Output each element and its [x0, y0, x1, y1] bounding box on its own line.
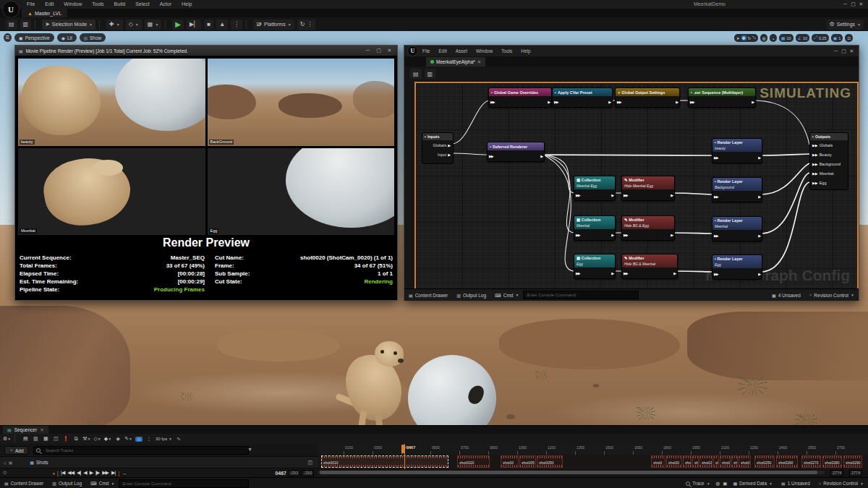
platforms-dropdown[interactable]: 🖳Platforms▼ [253, 20, 294, 30]
node-collection-meerkat-egg[interactable]: ▣ CollectionMeerkat Egg ▶▶▶ [574, 176, 616, 201]
console-input[interactable] [119, 479, 249, 488]
render-movie-button[interactable]: ▦ [42, 436, 49, 442]
auto-key-toggle[interactable]: ◈ [114, 436, 122, 442]
shot-clip[interactable]: shot0250 [754, 455, 775, 468]
eject-button[interactable]: ▲ [216, 20, 228, 30]
mark-button[interactable]: ❗ [62, 436, 69, 442]
graph-menu-window[interactable]: Window [472, 46, 497, 56]
input-pin[interactable]: ▶▶ [714, 194, 718, 199]
shots-track-row[interactable]: ◁ ▣ ▦Shots ◫ [0, 456, 318, 468]
input-pin[interactable]: ▶▶ [714, 234, 718, 238]
shot-clip[interactable]: shot [683, 455, 692, 468]
shot-clip[interactable]: shot0270 [801, 455, 821, 468]
menu-actor[interactable]: Actor [155, 0, 176, 9]
unsaved-button[interactable]: ▤1 Unsaved [777, 478, 814, 488]
shot-clip[interactable]: shot0 [720, 455, 731, 468]
range-start2-field[interactable]: -293 [302, 470, 314, 476]
graph-menu-edit[interactable]: Edit [434, 46, 451, 56]
menu-build[interactable]: Build [109, 0, 131, 9]
actions-dropdown[interactable]: ⚒▼ [82, 436, 90, 442]
range-end2-field[interactable]: 2774 [849, 470, 862, 476]
shot-clip[interactable]: shot01 [699, 455, 712, 468]
tab-close-icon[interactable]: ✕ [477, 59, 481, 65]
input-pin[interactable]: ▶▶ [714, 272, 718, 276]
graph-console-input[interactable] [523, 291, 639, 299]
shot-clip[interactable]: shot0290 [843, 455, 862, 468]
graph-window-titlebar[interactable]: U File Edit Asset Window Tools Help ─ ▢ … [404, 46, 859, 56]
sequencer-timeline[interactable]: 0150030004500600075009001050120013501500… [318, 444, 868, 478]
maximize-viewport-button[interactable]: ⊡ [845, 34, 853, 42]
lit-dropdown[interactable]: ◉Lit [57, 33, 77, 42]
snap-options-icon[interactable]: ⋮ [145, 436, 153, 442]
derived-data-dropdown[interactable]: ▦Derived Data▼ [728, 478, 777, 488]
shot-clip[interactable]: shot0260 [776, 455, 798, 468]
shot-clip[interactable]: shot00 [501, 455, 519, 468]
sequencer-options-dropdown[interactable]: ⚙▼ [3, 436, 11, 442]
step-forward-button[interactable]: |▶ [95, 470, 99, 476]
graph-revision-control-dropdown[interactable]: ⑂Revision Control▼ [805, 289, 859, 301]
menu-edit[interactable]: Edit [40, 0, 59, 9]
shot-clip[interactable]: shot0050 [537, 455, 563, 468]
graph-unsaved-button[interactable]: ▦4 Unsaved [767, 289, 805, 301]
search-tracks-input[interactable] [43, 448, 246, 453]
output-pin[interactable]: ▶ [676, 100, 678, 104]
skip-button[interactable]: ▶▏ [187, 20, 201, 30]
jump-back-button[interactable]: ◀◀ [67, 470, 74, 476]
render-maximize-button[interactable]: ▢ [375, 46, 383, 55]
node-collection-meerkat[interactable]: ▣ CollectionMeerkat ▶▶▶ [574, 215, 616, 241]
set-start-button[interactable]: [ [57, 471, 58, 476]
output-pin[interactable]: ▶ [611, 271, 613, 275]
shot-clip[interactable]: shot0010 [321, 455, 448, 468]
level-tab[interactable]: ▲ Master_LVL [22, 9, 67, 17]
input-pin[interactable]: ▶▶ [624, 271, 628, 275]
step-back-button[interactable]: ◀| [77, 470, 80, 476]
create-camera-button[interactable]: ◫ [52, 436, 59, 442]
save-button[interactable]: ▤ [6, 20, 17, 30]
shot-clip[interactable]: sl [713, 455, 719, 468]
output-log-button[interactable]: ▥Output Log [48, 478, 86, 488]
graph-menu-asset[interactable]: Asset [451, 46, 472, 56]
playhead-marker[interactable] [401, 445, 404, 453]
output-pin[interactable]: ▶ [448, 143, 451, 147]
output-pin[interactable]: ▶ [608, 100, 610, 104]
graph-menu-help[interactable]: Help [516, 46, 535, 56]
trace-dropdown[interactable]: Trace▼ [681, 478, 714, 488]
playback-options-icon[interactable]: ⊙ [3, 470, 7, 476]
timeline-scrollbar[interactable] [318, 471, 825, 474]
recompile-button[interactable]: ↻⋮ [297, 20, 316, 30]
graph-maximize-button[interactable]: ▢ [840, 47, 848, 56]
menu-window[interactable]: Window [59, 0, 87, 9]
input-pin[interactable]: ▶▶ [812, 153, 818, 157]
node-modifier-hide-meerkat-egg[interactable]: ✎ ModifierHide Meerkat Egg ▶▶▶ [621, 176, 675, 201]
menu-select[interactable]: Select [130, 0, 154, 9]
output-pin[interactable]: ▶ [448, 153, 451, 157]
perspective-dropdown[interactable]: ▣Perspective [14, 33, 54, 42]
node-collection-egg[interactable]: ▣ CollectionEgg ▶▶▶ [574, 254, 616, 279]
add-actor-dropdown[interactable]: ✚▼ [106, 20, 123, 30]
input-pin[interactable]: ▶▶ [812, 171, 818, 176]
camera-speed-control[interactable]: ▣1 [831, 34, 843, 42]
stop-button[interactable]: ■ [204, 20, 213, 30]
egg-sphere-actor[interactable] [402, 355, 503, 425]
keyframe-options-dropdown[interactable]: ◆▼ [104, 436, 111, 442]
output-pin[interactable]: ▶ [671, 233, 673, 237]
jump-forward-button[interactable]: ▶▶ [102, 470, 109, 476]
node-global-output-settings[interactable]: ●Global Output Settings ▶▶▶ [615, 87, 680, 108]
go-to-start-button[interactable]: |◀ [61, 470, 64, 476]
cmd-dropdown[interactable]: ⌨Cmd▼ [86, 478, 119, 488]
render-minimize-button[interactable]: ─ [364, 46, 372, 55]
menu-tools[interactable]: Tools [87, 0, 109, 9]
scrollbar-handle[interactable] [320, 471, 817, 474]
input-pin[interactable]: ▶▶ [489, 154, 493, 158]
shot-clip[interactable]: shot005 [519, 455, 536, 468]
save-sequence-button[interactable]: ▤ [22, 436, 29, 442]
camera-cut-icon[interactable]: ◫ [307, 460, 312, 466]
messages-icon[interactable]: ◍ [715, 478, 722, 488]
node-global-game-overrides[interactable]: ▪Global Game Overrides ▶▶▶ [488, 87, 552, 108]
node-apply-cvar-preset[interactable]: ▪Apply CVar Preset ▶▶▶ [552, 87, 613, 108]
graph-menu-file[interactable]: File [418, 46, 434, 56]
render-close-button[interactable]: ✕ [386, 46, 393, 55]
output-pin[interactable]: ▶ [611, 193, 613, 197]
curve-editor-button[interactable]: ∿ [175, 436, 182, 442]
input-pin[interactable]: ▶▶ [624, 193, 628, 197]
